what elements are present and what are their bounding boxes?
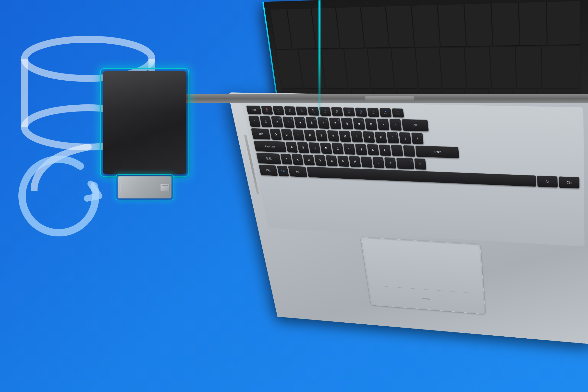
key-e[interactable]: E xyxy=(292,129,304,141)
key-esc-label: Esc xyxy=(251,108,256,112)
laptop-base: Esc 🔇 F1 🔉 F2 🔊 F3 ⏭ F4 xyxy=(228,92,588,345)
key-tab[interactable]: Tab xyxy=(251,128,271,140)
key-f6-label: F6 xyxy=(324,112,326,114)
laptop-hinge xyxy=(181,94,588,103)
key-o[interactable]: O xyxy=(362,131,375,143)
key-f9[interactable]: 🖥 F9 xyxy=(355,108,367,116)
key-f10[interactable]: ⚙ F10 xyxy=(367,108,380,117)
key-f6-icon: ⚙ xyxy=(324,110,326,112)
key-shift-left[interactable]: Shift xyxy=(256,153,281,164)
key-3[interactable]: # 3 xyxy=(282,116,295,128)
key-shift-right[interactable]: < xyxy=(396,158,414,169)
key-c[interactable]: C xyxy=(303,154,315,166)
key-f[interactable]: F xyxy=(320,142,332,154)
key-lbracket[interactable]: { [ xyxy=(387,132,399,143)
key-f8[interactable]: ⚙ F8 xyxy=(343,107,355,116)
key-quote[interactable]: " ' xyxy=(403,145,415,157)
key-4[interactable]: $ 4 xyxy=(294,117,306,128)
key-a[interactable]: A xyxy=(286,142,298,153)
key-m[interactable]: M xyxy=(349,156,361,167)
key-f7-icon: 📷 xyxy=(336,110,338,112)
key-f2-label: F2 xyxy=(278,110,280,112)
key-f11[interactable]: ☀ F11 xyxy=(380,108,392,117)
key-f1-label: F1 xyxy=(266,110,268,112)
key-equals[interactable]: + = xyxy=(389,119,402,130)
key-z[interactable]: Z xyxy=(280,154,292,164)
key-k[interactable]: K xyxy=(367,144,379,155)
key-n[interactable]: N xyxy=(337,156,349,166)
key-up[interactable]: ? xyxy=(414,158,426,170)
keyboard-section: Esc 🔇 F1 🔉 F2 🔊 F3 ⏭ F4 xyxy=(241,101,584,247)
key-f5[interactable]: 🔍 F5 xyxy=(308,107,320,116)
key-period[interactable]: > . xyxy=(372,157,384,168)
key-enter[interactable]: Enter xyxy=(415,146,459,158)
key-d[interactable]: D xyxy=(308,142,321,153)
key-minus[interactable]: _ - xyxy=(377,118,390,130)
key-f6[interactable]: ⚙ F6 xyxy=(319,107,331,116)
key-y[interactable]: Y xyxy=(327,130,339,142)
key-x[interactable]: X xyxy=(292,154,304,165)
svg-point-4 xyxy=(22,159,96,233)
key-2[interactable]: @ 2 xyxy=(271,116,283,128)
key-i[interactable]: I xyxy=(350,131,363,142)
key-q[interactable]: Q xyxy=(270,129,282,140)
key-alt-right[interactable]: Alt xyxy=(537,176,558,188)
key-f12-icon: ☀ xyxy=(397,111,398,113)
key-comma[interactable]: < , xyxy=(361,156,373,168)
key-5[interactable]: % 5 xyxy=(306,117,318,128)
key-0[interactable]: ) 0 xyxy=(365,118,378,130)
key-l[interactable]: L xyxy=(379,144,391,156)
key-t[interactable]: T xyxy=(315,130,328,141)
key-tilde[interactable]: ~ ` xyxy=(248,116,261,127)
key-f1-icon: 🔇 xyxy=(266,108,268,110)
key-r[interactable]: R xyxy=(304,130,316,141)
key-g[interactable]: G xyxy=(332,143,344,154)
key-f10-label: F10 xyxy=(372,112,375,114)
refresh-arrow-icon xyxy=(15,152,103,240)
key-p[interactable]: P xyxy=(374,132,387,143)
usb-body xyxy=(118,176,172,198)
key-f9-icon: 🖥 xyxy=(360,110,362,112)
key-f12-label: F12 xyxy=(396,113,400,115)
touchpad[interactable] xyxy=(361,237,486,314)
key-f1[interactable]: 🔇 F1 xyxy=(261,106,273,115)
key-f2[interactable]: 🔉 F2 xyxy=(272,106,284,115)
laptop: Esc 🔇 F1 🔉 F2 🔊 F3 ⏭ F4 xyxy=(172,0,588,392)
key-f12[interactable]: ☀ F12 xyxy=(392,108,404,117)
touchpad-line xyxy=(380,286,472,293)
key-ctrl-right[interactable]: Ctrl xyxy=(559,176,580,188)
key-fn[interactable]: Fn xyxy=(277,166,289,176)
key-rbracket[interactable]: } ] xyxy=(399,132,411,144)
key-9[interactable]: ( 9 xyxy=(353,118,365,130)
key-h[interactable]: H xyxy=(343,143,356,154)
key-f4[interactable]: ⏭ F4 xyxy=(296,106,308,116)
key-8[interactable]: * 8 xyxy=(341,118,353,129)
key-f4-label: F4 xyxy=(300,111,303,113)
key-7[interactable]: & 7 xyxy=(329,118,342,129)
key-f7[interactable]: 📷 F7 xyxy=(331,107,343,116)
key-1[interactable]: ! 1 xyxy=(260,116,272,127)
key-b[interactable]: B xyxy=(326,155,338,166)
key-semicolon[interactable]: : ; xyxy=(391,145,403,156)
key-f9-label: F9 xyxy=(360,112,362,114)
key-backspace[interactable]: ⌫ xyxy=(402,119,428,131)
key-esc[interactable]: Esc xyxy=(246,106,262,114)
usb-connector xyxy=(160,184,170,191)
key-backslash[interactable]: | \ xyxy=(411,132,424,144)
key-f5-icon: 🔍 xyxy=(312,109,314,111)
key-f3[interactable]: 🔊 F3 xyxy=(284,106,296,115)
key-w[interactable]: W xyxy=(281,129,293,140)
key-j[interactable]: J xyxy=(355,144,367,155)
external-hdd xyxy=(103,71,186,174)
caps-lock-label: Caps Lock xyxy=(265,145,276,148)
key-f5-label: F5 xyxy=(312,111,314,113)
key-alt-left[interactable]: Alt xyxy=(288,166,308,177)
key-capslock[interactable]: Caps Lock xyxy=(254,141,286,152)
key-u[interactable]: U xyxy=(339,130,351,142)
key-s[interactable]: S xyxy=(297,142,309,153)
key-v[interactable]: V xyxy=(314,155,326,166)
key-f11-icon: ☀ xyxy=(385,111,386,113)
key-slash[interactable]: ? / xyxy=(384,157,396,168)
key-f8-label: F8 xyxy=(348,112,350,114)
key-ctrl-left[interactable]: Ctrl xyxy=(259,165,278,176)
